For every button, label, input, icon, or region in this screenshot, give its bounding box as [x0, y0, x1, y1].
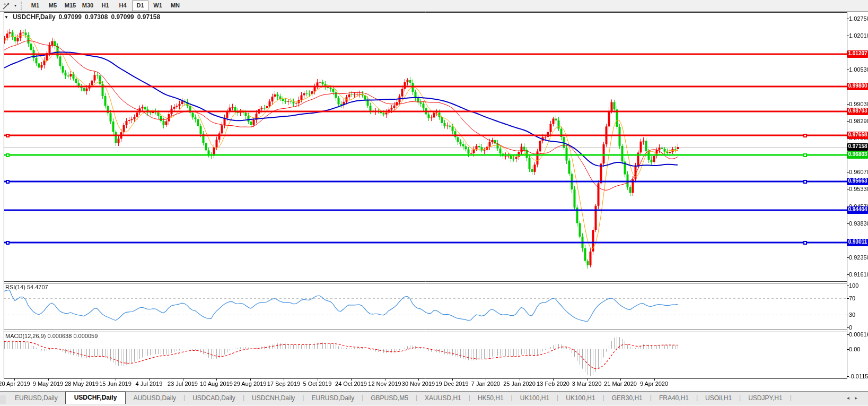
price-level-tag[interactable]: 1.01207: [847, 50, 868, 58]
tabbar-stub: [0, 395, 5, 404]
toolbar: ▾ M1M5M15M30H1H4D1W1MN: [0, 0, 868, 12]
price-level-tag[interactable]: 0.98703: [847, 108, 868, 115]
timeframe-m1[interactable]: M1: [27, 1, 43, 11]
chart-tabbar: EURUSD,DailyUSDCHF,DailyAUDUSD,Daily|USD…: [0, 391, 868, 406]
status-strip: [0, 404, 868, 406]
timeframe-h4[interactable]: H4: [115, 1, 131, 11]
crosshair-line-glyph: [2, 2, 11, 10]
tabstrip: EURUSD,DailyUSDCHF,DailyAUDUSD,Daily|USD…: [0, 392, 846, 404]
collapse-caret-icon[interactable]: ▼: [4, 15, 8, 20]
price-level-tag[interactable]: 0.97658: [847, 132, 868, 139]
rsi-tick-label: 0: [849, 324, 852, 331]
tab-eurusd-daily[interactable]: EURUSD,Daily: [304, 393, 362, 404]
ohlc-low: 0.97099: [111, 13, 134, 21]
rsi-tick-label: 30: [849, 312, 855, 318]
timeframe-m30[interactable]: M30: [80, 1, 96, 11]
chart-window: ▼ USDCHF,Daily 0.97099 0.97308 0.97099 0…: [0, 12, 868, 391]
tab-divider: |: [790, 394, 792, 401]
price-tick-label: 0.93830: [849, 220, 868, 227]
timeframe-m5[interactable]: M5: [45, 1, 61, 11]
price-tick-label: 0.92350: [849, 254, 868, 261]
timeframe-w1[interactable]: W1: [150, 1, 166, 11]
price-tick-label: 0.99030: [849, 101, 868, 107]
tab-usdcnh-daily[interactable]: USDCNH,Daily: [244, 393, 302, 404]
tab-fra40-h1[interactable]: FRA40,H1: [652, 393, 696, 404]
macd-tick-label: 0.00: [849, 346, 860, 352]
tab-usdchf-daily[interactable]: USDCHF,Daily: [65, 392, 126, 404]
rsi-tick-label: 100: [849, 282, 858, 289]
date-tick-label: 9 Apr 2020: [630, 381, 678, 387]
ohlc-open: 0.97099: [59, 13, 82, 21]
chart-title: ▼ USDCHF,Daily 0.97099 0.97308 0.97099 0…: [4, 13, 160, 21]
tab-hk50-h1[interactable]: HK50,H1: [470, 393, 511, 404]
tab-usoil-h1[interactable]: USOil,H1: [698, 393, 739, 404]
ohlc-close: 0.97158: [137, 13, 160, 21]
price-tick-label: 0.95330: [849, 186, 868, 192]
price-tick-label: 1.02010: [849, 32, 868, 39]
timeframe-buttons: M1M5M15M30H1H4D1W1MN: [27, 1, 184, 11]
tab-usdjpy-h1[interactable]: USDJPY,H1: [741, 393, 790, 404]
timeframe-mn[interactable]: MN: [167, 1, 183, 11]
price-tick-label: 0.96070: [849, 169, 868, 175]
price-level-tag[interactable]: 0.95663: [847, 178, 868, 185]
tab-audusd-daily[interactable]: AUDUSD,Daily: [126, 393, 183, 404]
chart-canvas[interactable]: [0, 12, 868, 391]
price-level-tag[interactable]: 0.93011: [847, 239, 868, 246]
tab-uk100-h1[interactable]: UK100,H1: [513, 393, 557, 404]
price-level-tag[interactable]: 0.96803: [847, 151, 868, 159]
toolbar-dropdown-caret[interactable]: ▾: [12, 3, 19, 8]
tab-xauusd-h1[interactable]: XAUUSD,H1: [417, 393, 469, 404]
price-tick-label: 1.00530: [849, 66, 868, 73]
tab-usdcad-daily[interactable]: USDCAD,Daily: [185, 393, 243, 404]
toolbar-grip: [21, 2, 23, 10]
tab-ger30-h1[interactable]: GER30,H1: [604, 393, 650, 404]
chart-symbol-label: USDCHF,Daily: [13, 13, 56, 21]
tab-scroll-right-icon[interactable]: ▸: [855, 395, 863, 401]
macd-tick-label: -0.01153: [849, 373, 868, 379]
timeframe-h1[interactable]: H1: [97, 1, 113, 11]
line-studies-icon[interactable]: [1, 1, 12, 11]
macd-indicator-label: MACD(12,26,9) 0.000638 0.000059: [5, 333, 98, 339]
price-tick-label: 0.91610: [849, 271, 868, 278]
price-level-tag[interactable]: 0.94404: [847, 206, 868, 214]
current-price-tag: 0.97158: [847, 143, 868, 151]
price-level-tag[interactable]: 0.99800: [847, 83, 868, 90]
tab-eurusd-daily[interactable]: EURUSD,Daily: [7, 393, 65, 404]
ohlc-high: 0.97308: [85, 13, 108, 21]
price-tick-label: 0.98290: [849, 118, 868, 124]
timeframe-d1[interactable]: D1: [132, 1, 148, 11]
tab-scroll-left-icon[interactable]: ◂: [847, 395, 855, 401]
timeframe-m15[interactable]: M15: [62, 1, 78, 11]
tab-uk100-h1[interactable]: UK100,H1: [558, 393, 602, 404]
price-tick-label: 1.02750: [849, 15, 868, 22]
tab-scroll-arrows[interactable]: ◂▸: [847, 395, 863, 401]
rsi-tick-label: 70: [849, 295, 855, 301]
rsi-indicator-label: RSI(14) 54.4707: [5, 284, 48, 290]
macd-tick-label: 0.006167: [849, 331, 868, 338]
tab-gbpusd-m5[interactable]: GBPUSD,M5: [363, 393, 416, 404]
